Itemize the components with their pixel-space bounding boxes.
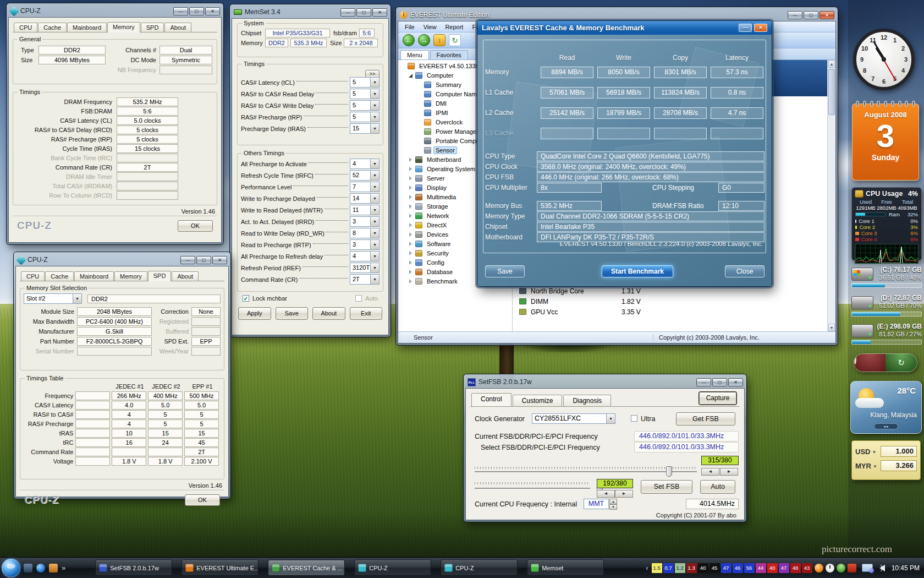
- chevron-down-icon[interactable]: ▼: [371, 112, 380, 122]
- maximize-button[interactable]: ▢: [712, 378, 727, 386]
- weather-gadget[interactable]: 28°C Klang, Malaysia ◂ ▸: [850, 381, 922, 434]
- dialog-button[interactable]: Exit: [350, 307, 383, 320]
- tab[interactable]: Cache: [45, 271, 74, 281]
- tray-monitor-badge[interactable]: 1.3: [686, 563, 697, 573]
- slider1-right-icon[interactable]: ►: [720, 468, 738, 476]
- chevron-down-icon[interactable]: ▼: [371, 77, 380, 88]
- internet-explorer-icon[interactable]: [36, 564, 45, 572]
- chevron-down-icon[interactable]: ▼: [873, 464, 877, 469]
- tray-muted-speaker-icon[interactable]: [848, 564, 856, 572]
- slot-select[interactable]: Slot #2 ▼: [24, 293, 82, 304]
- chevron-down-icon[interactable]: ▼: [371, 123, 380, 134]
- chevron-down-icon[interactable]: ▼: [371, 205, 380, 215]
- timing-select[interactable]: 11 ▼: [350, 205, 380, 215]
- currency-row[interactable]: MYR ▼ 3.266: [855, 459, 917, 473]
- auto-checkbox[interactable]: [355, 295, 362, 302]
- maximize-button[interactable]: ▢: [189, 7, 204, 15]
- tray-monitor-badge[interactable]: 56: [744, 563, 755, 573]
- chevron-left-icon[interactable]: ‹: [646, 564, 648, 572]
- drives-gadget[interactable]: (C:) 76.17 GB 36.51 GB / 48% (D:) 72.87 …: [851, 266, 922, 351]
- tray-monitor-badge[interactable]: 46: [733, 563, 743, 573]
- tray-monitor-badge[interactable]: 40: [698, 563, 708, 573]
- timing-select[interactable]: 7 ▼: [350, 182, 380, 192]
- show-desktop-icon[interactable]: [24, 564, 32, 572]
- forward-icon[interactable]: →: [418, 34, 430, 46]
- minimize-button[interactable]: —: [180, 256, 195, 264]
- scrollbar[interactable]: ▲ ▼: [827, 60, 835, 331]
- taskbar-clock[interactable]: 10:45 PM: [892, 564, 920, 572]
- tree-expander-icon[interactable]: [417, 148, 422, 153]
- tray-monitor-badge[interactable]: 43: [802, 563, 812, 573]
- tree-expander-icon[interactable]: [417, 91, 422, 97]
- timing-select[interactable]: 8 ▼: [350, 228, 380, 238]
- tree-expander-icon[interactable]: [400, 63, 406, 69]
- tab[interactable]: Mainboard: [67, 23, 107, 32]
- clock-generator-select[interactable]: CY28551LFXC ▼: [532, 413, 615, 424]
- tab[interactable]: CPU: [14, 23, 37, 32]
- timing-select[interactable]: 3120T ▼: [350, 263, 380, 273]
- tab[interactable]: About: [164, 23, 191, 32]
- ok-button[interactable]: OK: [178, 220, 213, 232]
- auto-button[interactable]: Auto: [700, 480, 735, 494]
- chevron-down-icon[interactable]: ▼: [371, 274, 380, 285]
- tray-monitor-badge[interactable]: 45: [710, 563, 720, 573]
- tray-monitor-badge[interactable]: 44: [756, 563, 766, 573]
- chevron-down-icon[interactable]: ▼: [371, 263, 380, 273]
- tray-monitor-badge[interactable]: 40: [767, 563, 778, 573]
- tree-expander-icon[interactable]: [408, 260, 414, 265]
- currency-code[interactable]: MYR: [855, 462, 871, 470]
- task-button[interactable]: CPU-Z: [354, 560, 431, 576]
- tab[interactable]: About: [172, 271, 199, 281]
- tree-expander-icon[interactable]: [408, 232, 414, 237]
- tray-clock-icon[interactable]: [826, 564, 834, 572]
- menu-item[interactable]: File: [400, 24, 419, 30]
- chevron-down-icon[interactable]: ▼: [371, 193, 380, 204]
- chevron-down-icon[interactable]: ▼: [371, 228, 380, 238]
- drive-meter[interactable]: (D:) 72.87 GB 51.02 GB / 70%: [851, 295, 922, 316]
- tab[interactable]: Cache: [38, 23, 67, 32]
- save-button[interactable]: Save: [485, 265, 525, 277]
- tray-monitor-badge[interactable]: 0.7: [663, 563, 674, 573]
- pane-tab[interactable]: Menu: [400, 50, 429, 59]
- tree-expander-icon[interactable]: [408, 269, 414, 275]
- timing-select[interactable]: 4 ▼: [350, 251, 380, 261]
- maximize-button[interactable]: ▢: [804, 11, 818, 19]
- tree-expander-icon[interactable]: [408, 204, 414, 209]
- menu-item[interactable]: Report: [441, 24, 468, 30]
- fsb-slider-coarse[interactable]: [475, 471, 697, 472]
- close-icon[interactable]: ✕: [728, 378, 743, 386]
- volume-icon[interactable]: [879, 565, 885, 571]
- chevron-down-icon[interactable]: ▼: [872, 450, 876, 455]
- chevron-down-icon[interactable]: ▼: [371, 100, 380, 111]
- tab[interactable]: Memory: [114, 271, 147, 281]
- slider1-handle[interactable]: [666, 466, 672, 477]
- tray-monitor-badge[interactable]: 47: [721, 563, 732, 573]
- chevron-down-icon[interactable]: ▼: [371, 170, 380, 181]
- close-icon[interactable]: ✕: [205, 7, 220, 15]
- minimize-button[interactable]: —: [788, 11, 802, 19]
- fsb-slider-fine[interactable]: [475, 488, 590, 489]
- timing-select[interactable]: 5 ▼: [350, 77, 380, 88]
- tray-monitor-badge[interactable]: 47: [779, 563, 789, 573]
- sensor-row[interactable]: DIMM 1.82 V: [519, 296, 822, 307]
- lock-mchbar-checkbox[interactable]: ✓: [243, 295, 249, 302]
- set-fsb-button[interactable]: Set FSB: [641, 480, 692, 494]
- tab[interactable]: Mainboard: [74, 271, 114, 281]
- timing-select[interactable]: 4 ▼: [350, 159, 380, 169]
- sensor-row[interactable]: GPU Vcc 3.35 V: [519, 307, 822, 317]
- timing-select[interactable]: 5 ▼: [350, 112, 380, 122]
- close-icon[interactable]: ✕: [754, 24, 767, 32]
- chevron-down-icon[interactable]: ▼: [371, 159, 380, 169]
- tree-expander-icon[interactable]: [408, 250, 414, 256]
- maximize-button[interactable]: ▢: [356, 8, 371, 17]
- tray-monitor-badge[interactable]: 1.2: [675, 563, 685, 573]
- sensor-row[interactable]: North Bridge Core 1.31 V: [519, 286, 822, 296]
- start-benchmark-button[interactable]: Start Benchmark: [602, 265, 673, 277]
- tab[interactable]: SPD: [148, 271, 172, 281]
- clock-gadget[interactable]: 121234567891011: [853, 29, 915, 90]
- timing-select[interactable]: 2T ▼: [350, 274, 380, 285]
- chevron-down-icon[interactable]: ▼: [371, 89, 380, 99]
- chevron-down-icon[interactable]: ▼: [371, 251, 380, 261]
- chevron-down-icon[interactable]: ▼: [371, 182, 380, 192]
- chevron-down-icon[interactable]: ▼: [371, 216, 380, 227]
